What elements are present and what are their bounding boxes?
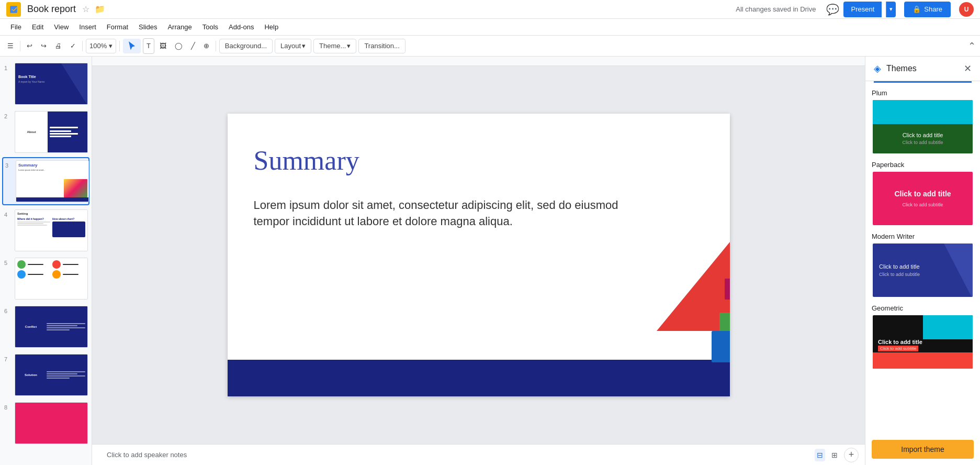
menu-bar: File Edit View Insert Format Slides Arra… bbox=[0, 19, 980, 36]
menu-format[interactable]: Format bbox=[103, 21, 132, 33]
line-tool[interactable]: ╱ bbox=[188, 38, 198, 54]
slide-thumb-5[interactable]: 5 bbox=[2, 256, 89, 302]
shape-tool[interactable]: ◯ bbox=[172, 38, 186, 54]
ruler bbox=[92, 57, 865, 66]
text-tool[interactable]: T bbox=[143, 38, 154, 54]
present-button[interactable]: Present bbox=[843, 2, 882, 17]
avatar: U bbox=[959, 2, 974, 17]
spellcheck-button[interactable]: ✓ bbox=[67, 38, 79, 54]
top-bar: Book report ☆ 📁 All changes saved in Dri… bbox=[0, 0, 980, 19]
star-icon[interactable]: ☆ bbox=[82, 4, 89, 14]
slide-preview-3: Summary Lorem ipsum dolor sit amet... bbox=[16, 160, 89, 202]
slide-content: Summary Lorem ipsum dolor sit amet, cons… bbox=[228, 114, 730, 396]
book-pink-spine bbox=[725, 279, 730, 300]
view-controls: ⊟ ⊞ + bbox=[815, 448, 859, 462]
menu-addons[interactable]: Add-ons bbox=[224, 21, 258, 33]
app-icon bbox=[6, 2, 21, 17]
undo-button[interactable]: ↩ bbox=[24, 38, 36, 54]
saved-status: All changes saved in Drive bbox=[736, 5, 816, 13]
slide-preview-5 bbox=[15, 258, 88, 300]
slide-thumb-8[interactable]: 8 bbox=[2, 400, 89, 446]
slide-thumb-2[interactable]: 2 About bbox=[2, 109, 89, 155]
transition-button[interactable]: Transition... bbox=[358, 39, 405, 53]
geometric-click-subtitle: Click to add subtitle bbox=[878, 346, 918, 351]
book-green bbox=[719, 313, 730, 334]
theme-modern-preview[interactable]: Click to add title Click to add subtitle bbox=[872, 242, 974, 298]
book-dark-blue bbox=[712, 331, 730, 362]
doc-title: Book report bbox=[27, 4, 76, 15]
divider-3 bbox=[119, 41, 120, 51]
bottom-bar: Click to add speaker notes ⊟ ⊞ + bbox=[92, 444, 865, 465]
image-tool[interactable]: 🖼 bbox=[156, 38, 170, 54]
slide-thumb-1[interactable]: 1 Book Title A report by Your Name bbox=[2, 61, 89, 107]
slide-thumb-6[interactable]: 6 Conflict bbox=[2, 304, 89, 350]
menu-file[interactable]: File bbox=[6, 21, 26, 33]
slide-canvas: Summary Lorem ipsum dolor sit amet, cons… bbox=[228, 114, 730, 396]
redo-button[interactable]: ↪ bbox=[38, 38, 50, 54]
toolbar: ☰ ↩ ↪ 🖨 ✓ 100% ▾ T 🖼 ◯ ╱ ⊕ Background...… bbox=[0, 36, 980, 57]
extra-tool[interactable]: ⊕ bbox=[200, 38, 212, 54]
menu-tools[interactable]: Tools bbox=[198, 21, 222, 33]
menu-help[interactable]: Help bbox=[260, 21, 283, 33]
theme-paperback-label: Paperback bbox=[872, 161, 974, 169]
present-dropdown-button[interactable]: ▾ bbox=[886, 2, 896, 17]
import-theme-button[interactable]: Import theme bbox=[872, 440, 974, 459]
plum-click-subtitle: Click to add subtitle bbox=[902, 140, 943, 145]
menu-insert[interactable]: Insert bbox=[75, 21, 100, 33]
theme-modern-label: Modern Writer bbox=[872, 233, 974, 240]
menu-view[interactable]: View bbox=[50, 21, 73, 33]
slide-main-body[interactable]: Lorem ipsum dolor sit amet, consectetur … bbox=[254, 197, 625, 230]
theme-item-modern: Modern Writer Click to add title Click t… bbox=[872, 233, 974, 298]
paperback-click-title: Click to add title bbox=[894, 190, 951, 198]
slide-thumb-7[interactable]: 7 Solution bbox=[2, 352, 89, 398]
folder-icon[interactable]: 📁 bbox=[95, 4, 105, 14]
theme-plum-label: Plum bbox=[872, 89, 974, 97]
theme-item-geometric: Geometric Click to add title Click to ad… bbox=[872, 304, 974, 370]
divider-2 bbox=[82, 41, 83, 51]
slide-main-title[interactable]: Summary bbox=[254, 145, 359, 176]
menu-edit[interactable]: Edit bbox=[28, 21, 48, 33]
menu-slides[interactable]: Slides bbox=[134, 21, 161, 33]
themes-panel: ◈ Themes ✕ Plum Click to add title Click… bbox=[865, 57, 980, 465]
layout-button[interactable]: Layout▾ bbox=[275, 39, 311, 53]
slide-preview-6: Conflict bbox=[15, 306, 88, 348]
share-label: Share bbox=[924, 5, 942, 13]
modern-click-subtitle: Click to add subtitle bbox=[879, 272, 966, 277]
toolbar-menu-btn[interactable]: ☰ bbox=[4, 38, 17, 54]
speaker-notes[interactable]: Click to add speaker notes bbox=[98, 446, 815, 464]
share-button[interactable]: 🔒 Share bbox=[904, 2, 951, 17]
add-slide-button[interactable]: + bbox=[844, 448, 859, 462]
slide-thumb-3[interactable]: 3 Summary Lorem ipsum dolor sit amet... bbox=[2, 157, 89, 205]
themes-close-button[interactable]: ✕ bbox=[964, 63, 972, 74]
theme-plum-preview[interactable]: Click to add title Click to add subtitle bbox=[872, 99, 974, 154]
slide-thumb-4[interactable]: 4 Setting Where did it happen? bbox=[2, 207, 89, 253]
theme-item-plum: Plum Click to add title Click to add sub… bbox=[872, 89, 974, 154]
slide-canvas-wrapper[interactable]: Summary Lorem ipsum dolor sit amet, cons… bbox=[92, 66, 865, 444]
slide-panel: 1 Book Title A report by Your Name 2 Abo… bbox=[0, 57, 92, 465]
zoom-control[interactable]: 100% ▾ bbox=[86, 39, 116, 53]
slide-num-2: 2 bbox=[4, 111, 12, 119]
slide-preview-2: About bbox=[15, 111, 88, 153]
menu-arrange[interactable]: Arrange bbox=[163, 21, 196, 33]
paperback-click-subtitle: Click to add subtitle bbox=[902, 202, 943, 207]
geometric-click-title: Click to add title bbox=[878, 339, 922, 345]
toolbar-collapse-button[interactable]: ⌃ bbox=[968, 39, 976, 53]
chat-button[interactable]: 💬 bbox=[826, 3, 839, 16]
slide-num-7: 7 bbox=[4, 354, 12, 362]
background-button[interactable]: Background... bbox=[219, 39, 273, 53]
theme-item-paperback: Paperback Click to add title Click to ad… bbox=[872, 161, 974, 226]
theme-button[interactable]: Theme...▾ bbox=[313, 39, 356, 53]
main-area: 1 Book Title A report by Your Name 2 Abo… bbox=[0, 57, 980, 465]
slide-bottom-bar bbox=[228, 360, 730, 396]
modern-click-title: Click to add title bbox=[879, 263, 966, 270]
slide-num-4: 4 bbox=[4, 209, 12, 218]
theme-paperback-preview[interactable]: Click to add title Click to add subtitle bbox=[872, 171, 974, 226]
list-view-button[interactable]: ⊞ bbox=[829, 449, 840, 461]
themes-title: Themes bbox=[886, 64, 964, 73]
print-button[interactable]: 🖨 bbox=[52, 38, 65, 54]
theme-geometric-preview[interactable]: Click to add title Click to add subtitle bbox=[872, 314, 974, 370]
grid-view-button[interactable]: ⊟ bbox=[815, 449, 825, 461]
select-tool[interactable] bbox=[123, 39, 141, 53]
slide-num-5: 5 bbox=[4, 258, 12, 266]
themes-header: ◈ Themes ✕ bbox=[865, 57, 980, 81]
